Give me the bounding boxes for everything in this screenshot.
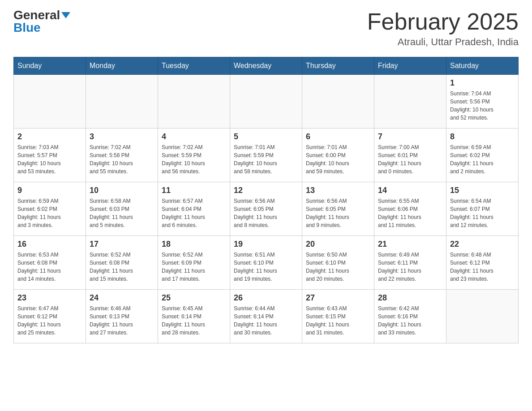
calendar-cell: 14Sunrise: 6:55 AMSunset: 6:06 PMDayligh… <box>374 182 446 236</box>
weekday-header-tuesday: Tuesday <box>158 57 230 75</box>
day-number: 7 <box>378 132 442 141</box>
day-info: Sunrise: 6:47 AMSunset: 6:12 PMDaylight:… <box>17 304 82 337</box>
day-number: 6 <box>306 132 370 141</box>
day-number: 23 <box>17 293 82 303</box>
day-number: 14 <box>378 186 442 195</box>
day-info: Sunrise: 6:45 AMSunset: 6:14 PMDaylight:… <box>162 304 226 337</box>
day-number: 2 <box>17 132 82 141</box>
calendar-cell <box>374 75 446 128</box>
day-info: Sunrise: 6:51 AMSunset: 6:10 PMDaylight:… <box>234 251 298 283</box>
calendar-cell: 16Sunrise: 6:53 AMSunset: 6:08 PMDayligh… <box>14 236 86 290</box>
day-number: 18 <box>162 240 226 249</box>
calendar-cell: 11Sunrise: 6:57 AMSunset: 6:04 PMDayligh… <box>158 182 230 236</box>
calendar-cell <box>86 75 158 128</box>
location-title: Atrauli, Uttar Pradesh, India <box>367 36 519 48</box>
calendar-cell <box>230 75 302 128</box>
weekday-header-saturday: Saturday <box>446 57 519 75</box>
day-info: Sunrise: 6:42 AMSunset: 6:16 PMDaylight:… <box>378 304 442 337</box>
day-info: Sunrise: 7:00 AMSunset: 6:01 PMDaylight:… <box>378 143 442 176</box>
weekday-header-thursday: Thursday <box>302 57 374 75</box>
calendar-cell: 27Sunrise: 6:43 AMSunset: 6:15 PMDayligh… <box>302 290 374 343</box>
calendar-header-row: SundayMondayTuesdayWednesdayThursdayFrid… <box>14 57 519 75</box>
calendar-cell: 5Sunrise: 7:01 AMSunset: 5:59 PMDaylight… <box>230 128 302 182</box>
day-info: Sunrise: 7:01 AMSunset: 5:59 PMDaylight:… <box>234 143 298 176</box>
day-number: 12 <box>234 186 298 195</box>
week-row-2: 2Sunrise: 7:03 AMSunset: 5:57 PMDaylight… <box>14 128 519 182</box>
day-info: Sunrise: 6:59 AMSunset: 6:02 PMDaylight:… <box>450 143 515 176</box>
calendar-cell <box>302 75 374 128</box>
day-number: 24 <box>90 293 154 303</box>
calendar-cell: 8Sunrise: 6:59 AMSunset: 6:02 PMDaylight… <box>446 128 519 182</box>
calendar-cell: 13Sunrise: 6:56 AMSunset: 6:05 PMDayligh… <box>302 182 374 236</box>
month-title: February 2025 <box>367 9 519 34</box>
calendar-cell: 22Sunrise: 6:48 AMSunset: 6:12 PMDayligh… <box>446 236 519 290</box>
day-number: 3 <box>90 132 154 141</box>
day-number: 16 <box>17 240 82 249</box>
page-header: General Blue February 2025 Atrauli, Utta… <box>13 9 519 48</box>
day-number: 28 <box>378 293 442 303</box>
day-number: 21 <box>378 240 442 249</box>
calendar-cell: 28Sunrise: 6:42 AMSunset: 6:16 PMDayligh… <box>374 290 446 343</box>
day-info: Sunrise: 6:43 AMSunset: 6:15 PMDaylight:… <box>306 304 370 337</box>
day-info: Sunrise: 6:53 AMSunset: 6:08 PMDaylight:… <box>17 251 82 283</box>
day-info: Sunrise: 6:52 AMSunset: 6:09 PMDaylight:… <box>162 251 226 283</box>
calendar-cell: 2Sunrise: 7:03 AMSunset: 5:57 PMDaylight… <box>14 128 86 182</box>
day-info: Sunrise: 6:50 AMSunset: 6:10 PMDaylight:… <box>306 251 370 283</box>
day-number: 15 <box>450 186 515 195</box>
day-info: Sunrise: 7:01 AMSunset: 6:00 PMDaylight:… <box>306 143 370 176</box>
calendar-cell: 18Sunrise: 6:52 AMSunset: 6:09 PMDayligh… <box>158 236 230 290</box>
day-info: Sunrise: 7:02 AMSunset: 5:58 PMDaylight:… <box>90 143 154 176</box>
day-number: 10 <box>90 186 154 195</box>
week-row-4: 16Sunrise: 6:53 AMSunset: 6:08 PMDayligh… <box>14 236 519 290</box>
day-info: Sunrise: 6:48 AMSunset: 6:12 PMDaylight:… <box>450 251 515 283</box>
day-info: Sunrise: 6:57 AMSunset: 6:04 PMDaylight:… <box>162 197 226 229</box>
day-number: 17 <box>90 240 154 249</box>
day-info: Sunrise: 7:03 AMSunset: 5:57 PMDaylight:… <box>17 143 82 176</box>
day-info: Sunrise: 6:59 AMSunset: 6:02 PMDaylight:… <box>17 197 82 229</box>
logo-general-text: General <box>13 9 60 21</box>
day-info: Sunrise: 6:58 AMSunset: 6:03 PMDaylight:… <box>90 197 154 229</box>
day-number: 11 <box>162 186 226 195</box>
calendar-cell: 1Sunrise: 7:04 AMSunset: 5:56 PMDaylight… <box>446 75 519 128</box>
calendar-cell: 12Sunrise: 6:56 AMSunset: 6:05 PMDayligh… <box>230 182 302 236</box>
weekday-header-monday: Monday <box>86 57 158 75</box>
title-block: February 2025 Atrauli, Uttar Pradesh, In… <box>367 9 519 48</box>
day-info: Sunrise: 6:46 AMSunset: 6:13 PMDaylight:… <box>90 304 154 337</box>
day-number: 20 <box>306 240 370 249</box>
calendar-cell: 4Sunrise: 7:02 AMSunset: 5:59 PMDaylight… <box>158 128 230 182</box>
calendar-cell: 24Sunrise: 6:46 AMSunset: 6:13 PMDayligh… <box>86 290 158 343</box>
day-number: 4 <box>162 132 226 141</box>
calendar-cell <box>446 290 519 343</box>
day-info: Sunrise: 6:55 AMSunset: 6:06 PMDaylight:… <box>378 197 442 229</box>
day-info: Sunrise: 6:54 AMSunset: 6:07 PMDaylight:… <box>450 197 515 229</box>
calendar-cell: 23Sunrise: 6:47 AMSunset: 6:12 PMDayligh… <box>14 290 86 343</box>
logo: General Blue <box>13 9 70 34</box>
day-number: 26 <box>234 293 298 303</box>
calendar-cell: 15Sunrise: 6:54 AMSunset: 6:07 PMDayligh… <box>446 182 519 236</box>
calendar-cell: 20Sunrise: 6:50 AMSunset: 6:10 PMDayligh… <box>302 236 374 290</box>
calendar-cell <box>14 75 86 128</box>
calendar-cell: 7Sunrise: 7:00 AMSunset: 6:01 PMDaylight… <box>374 128 446 182</box>
calendar-cell: 26Sunrise: 6:44 AMSunset: 6:14 PMDayligh… <box>230 290 302 343</box>
day-info: Sunrise: 7:04 AMSunset: 5:56 PMDaylight:… <box>450 90 515 122</box>
calendar-cell: 21Sunrise: 6:49 AMSunset: 6:11 PMDayligh… <box>374 236 446 290</box>
logo-blue-text: Blue <box>13 21 41 34</box>
day-number: 25 <box>162 293 226 303</box>
calendar-cell: 25Sunrise: 6:45 AMSunset: 6:14 PMDayligh… <box>158 290 230 343</box>
day-info: Sunrise: 6:44 AMSunset: 6:14 PMDaylight:… <box>234 304 298 337</box>
weekday-header-sunday: Sunday <box>14 57 86 75</box>
weekday-header-wednesday: Wednesday <box>230 57 302 75</box>
logo-triangle-icon <box>61 12 70 18</box>
day-info: Sunrise: 6:49 AMSunset: 6:11 PMDaylight:… <box>378 251 442 283</box>
week-row-3: 9Sunrise: 6:59 AMSunset: 6:02 PMDaylight… <box>14 182 519 236</box>
day-info: Sunrise: 6:56 AMSunset: 6:05 PMDaylight:… <box>306 197 370 229</box>
calendar-cell: 19Sunrise: 6:51 AMSunset: 6:10 PMDayligh… <box>230 236 302 290</box>
week-row-5: 23Sunrise: 6:47 AMSunset: 6:12 PMDayligh… <box>14 290 519 343</box>
calendar-table: SundayMondayTuesdayWednesdayThursdayFrid… <box>13 57 519 343</box>
day-number: 19 <box>234 240 298 249</box>
day-info: Sunrise: 6:52 AMSunset: 6:08 PMDaylight:… <box>90 251 154 283</box>
week-row-1: 1Sunrise: 7:04 AMSunset: 5:56 PMDaylight… <box>14 75 519 128</box>
calendar-cell <box>158 75 230 128</box>
day-number: 8 <box>450 132 515 141</box>
day-number: 27 <box>306 293 370 303</box>
